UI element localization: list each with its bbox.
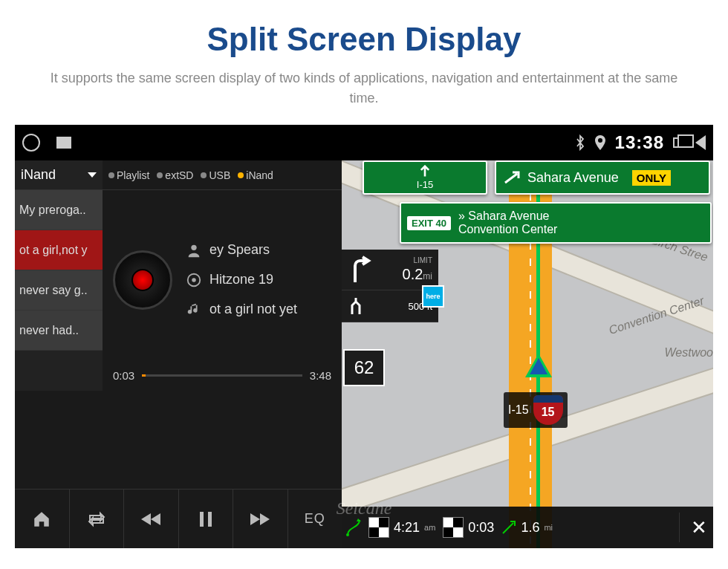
chevron-down-icon	[88, 172, 97, 178]
track-item[interactable]: ot a girl,not y	[15, 230, 103, 270]
only-badge: ONLY	[632, 170, 671, 186]
svg-marker-6	[357, 518, 361, 521]
source-dropdown[interactable]: iNand	[15, 160, 103, 190]
progress-row: 0:03 3:48	[103, 369, 342, 391]
svg-point-5	[346, 533, 349, 536]
interstate-shield-icon: 15	[533, 395, 563, 425]
vehicle-marker-icon	[525, 354, 552, 377]
page-subtitle: It supports the same screen display of t…	[0, 68, 728, 125]
album-icon	[186, 272, 202, 288]
prev-button[interactable]	[124, 490, 179, 548]
duration-time: 3:48	[310, 369, 331, 382]
source-tabs: Playlist extSD USB iNand	[103, 160, 342, 190]
road-label: Westwoo	[664, 346, 713, 360]
trip-time: 0:03	[443, 517, 494, 538]
distance-icon	[501, 520, 516, 535]
exit-badge: EXIT 40	[407, 216, 451, 230]
merge-icon	[348, 296, 364, 316]
progress-slider[interactable]	[142, 374, 302, 377]
checkered-flag-icon	[368, 517, 389, 538]
track-item[interactable]: My preroga..	[15, 190, 103, 230]
exit-sign: EXIT 40 » Sahara Avenue Convention Cente…	[400, 202, 712, 244]
overhead-sign-right: Sahara Avenue ONLY	[495, 160, 710, 195]
overhead-sign-left: I-15	[363, 160, 487, 195]
home-button[interactable]	[15, 490, 70, 548]
now-playing: ey Spears Hitzone 19	[103, 190, 342, 369]
elapsed-time: 0:03	[113, 369, 134, 382]
tab-usb[interactable]: USB	[201, 169, 230, 181]
next-turn-box: LIMIT 0.2mi	[342, 250, 438, 290]
artist-icon	[186, 242, 202, 259]
tab-extsd[interactable]: extSD	[157, 169, 193, 181]
album-disc-icon	[113, 250, 172, 310]
svg-point-2	[192, 278, 196, 282]
interstate-shield-label: I-15 15	[504, 392, 568, 428]
track-icon	[186, 302, 202, 318]
repeat-button[interactable]	[70, 490, 125, 548]
close-route-button[interactable]: ✕	[679, 513, 709, 542]
next-button[interactable]	[233, 490, 288, 548]
home-circle-icon[interactable]	[22, 134, 40, 152]
artist-label: ey Spears	[209, 242, 270, 258]
map-canvas[interactable]: Birch Stree Westwoo Convention Center I-…	[342, 160, 713, 548]
trip-distance: 1.6mi	[501, 520, 553, 536]
navigation-panel[interactable]: Birch Stree Westwoo Convention Center I-…	[342, 160, 713, 548]
svg-point-0	[191, 244, 196, 250]
head-unit-screen: 13:38 iNand My preroga.. ot a girl,not y…	[15, 125, 713, 548]
recent-apps-icon[interactable]	[56, 137, 71, 149]
route-overview-icon[interactable]	[346, 518, 361, 536]
tab-inand[interactable]: iNand	[238, 169, 273, 181]
speed-indicator: 62	[343, 349, 385, 386]
pause-button[interactable]	[179, 490, 234, 548]
checkered-flag-icon	[443, 517, 464, 538]
tab-playlist[interactable]: Playlist	[108, 169, 149, 181]
status-bar: 13:38	[15, 125, 713, 160]
here-logo-icon: here	[422, 285, 444, 308]
eq-button[interactable]: EQ	[288, 490, 342, 548]
multitask-icon[interactable]	[673, 137, 686, 148]
track-item[interactable]: never say g..	[15, 270, 103, 310]
media-controls: EQ	[15, 489, 342, 548]
svg-rect-3	[200, 512, 204, 527]
svg-rect-4	[208, 512, 212, 527]
media-main: Playlist extSD USB iNand ey Spea	[103, 160, 342, 391]
status-clock: 13:38	[615, 132, 664, 153]
source-label: iNand	[21, 167, 56, 183]
bluetooth-icon	[575, 134, 585, 151]
album-label: Hitzone 19	[209, 272, 273, 287]
turn-right-icon	[348, 256, 373, 284]
media-panel: iNand My preroga.. ot a girl,not y never…	[15, 160, 342, 548]
track-title-label: ot a girl not yet	[209, 302, 297, 317]
playlist-column: iNand My preroga.. ot a girl,not y never…	[15, 160, 103, 391]
arrival-time: 4:21am	[368, 517, 435, 538]
back-icon[interactable]	[695, 135, 706, 150]
track-item[interactable]: never had..	[15, 310, 103, 351]
page-title: Split Screen Display	[0, 0, 728, 68]
nav-bottom-bar: 4:21am 0:03 1.6mi ✕	[342, 507, 713, 548]
location-icon	[594, 135, 606, 150]
